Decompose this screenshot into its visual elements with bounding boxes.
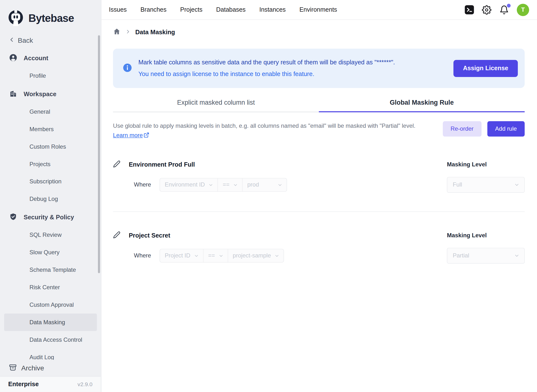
chevron-down-icon	[218, 253, 224, 258]
banner-line2: You need to assign license to the instan…	[138, 70, 395, 78]
notification-dot	[507, 4, 511, 8]
chevron-down-icon	[208, 182, 213, 187]
sidebar-item-risk-center[interactable]: Risk Center	[4, 279, 97, 296]
attribute-value: Environment ID	[165, 181, 205, 188]
banner-line1: Mark table columns as sensitive data and…	[138, 59, 395, 66]
page-content: Data Masking Mark table columns as sensi…	[101, 20, 537, 264]
rule-condition-row: Where Project ID == project-sample Parti…	[113, 249, 525, 264]
tab-global-masking-rule[interactable]: Global Masking Rule	[319, 99, 525, 112]
sidebar-item-general[interactable]: General	[4, 103, 97, 120]
learn-more-link[interactable]: Learn more	[113, 132, 149, 139]
user-circle-icon	[9, 54, 17, 63]
tab-bar: Explicit masked column list Global Maski…	[113, 99, 525, 112]
reorder-button[interactable]: Re-order	[443, 121, 481, 136]
settings-gear-icon[interactable]	[482, 5, 491, 14]
sidebar-item-sql-review[interactable]: SQL Review	[4, 226, 97, 244]
chevron-down-icon	[514, 253, 520, 259]
info-icon	[123, 63, 132, 74]
rule-divider	[113, 211, 525, 212]
rules-toolbar: Use global rule to apply masking levels …	[113, 121, 525, 141]
operator-value: ==	[223, 181, 229, 188]
sql-editor-terminal-icon[interactable]	[465, 5, 474, 14]
nav-item-branches[interactable]: Branches	[140, 6, 166, 13]
sidebar-item-data-masking[interactable]: Data Masking	[4, 314, 97, 331]
condition-group: Project ID == project-sample	[160, 249, 284, 263]
where-label: Where	[134, 249, 151, 263]
sidebar-item-debug-log[interactable]: Debug Log	[4, 190, 97, 208]
avatar[interactable]: T	[517, 4, 529, 16]
top-navigation: Issues Branches Projects Databases Insta…	[101, 0, 537, 20]
add-rule-button[interactable]: Add rule	[487, 121, 525, 136]
where-label: Where	[134, 178, 151, 192]
sidebar-item-members[interactable]: Members	[4, 120, 97, 138]
chevron-down-icon	[274, 253, 279, 258]
section-label: Security & Policy	[24, 214, 74, 221]
sidebar-item-custom-roles[interactable]: Custom Roles	[4, 138, 97, 155]
chevron-down-icon	[194, 253, 199, 258]
sidebar: Bytebase Back Account Profile Workspace	[0, 0, 101, 392]
sidebar-item-data-access-control[interactable]: Data Access Control	[4, 331, 97, 349]
condition-group: Environment ID == prod	[160, 178, 287, 192]
plan-bar: Enterprise v2.9.0	[0, 376, 101, 392]
masking-level-value: Partial	[453, 252, 469, 259]
back-button[interactable]: Back	[0, 33, 101, 48]
section-label: Account	[24, 55, 48, 62]
topnav-links: Issues Branches Projects Databases Insta…	[109, 6, 337, 13]
masking-level-select[interactable]: Partial	[447, 248, 525, 264]
attribute-value: Project ID	[165, 252, 190, 259]
value-select[interactable]: project-sample	[228, 249, 284, 262]
nav-item-instances[interactable]: Instances	[259, 6, 286, 13]
masking-rule: Project Secret Masking Level Where Proje…	[113, 231, 525, 264]
value-select[interactable]: prod	[243, 178, 287, 191]
nav-item-projects[interactable]: Projects	[180, 6, 202, 13]
sidebar-item-subscription[interactable]: Subscription	[4, 173, 97, 190]
topnav-actions: T	[465, 4, 529, 16]
sidebar-item-profile[interactable]: Profile	[4, 67, 97, 85]
learn-more-label: Learn more	[113, 132, 143, 139]
rules-description: Use global rule to apply masking levels …	[113, 121, 438, 141]
rule-header: Environment Prod Full Masking Level	[113, 160, 525, 169]
value-value: prod	[247, 181, 259, 188]
sidebar-section-account: Account	[0, 49, 101, 67]
section-label: Workspace	[24, 91, 56, 98]
nav-item-environments[interactable]: Environments	[299, 6, 337, 13]
breadcrumb: Data Masking	[113, 26, 525, 38]
nav-item-issues[interactable]: Issues	[109, 6, 127, 13]
brand-name: Bytebase	[28, 12, 74, 25]
attribute-select[interactable]: Environment ID	[160, 178, 218, 191]
sidebar-item-custom-approval[interactable]: Custom Approval	[4, 296, 97, 314]
pencil-edit-icon[interactable]	[113, 160, 121, 169]
sidebar-item-schema-template[interactable]: Schema Template	[4, 261, 97, 279]
sidebar-nav: Account Profile Workspace General Member…	[0, 48, 101, 366]
external-link-icon	[143, 131, 149, 141]
home-icon[interactable]	[113, 28, 121, 37]
attribute-select[interactable]: Project ID	[160, 249, 203, 262]
masking-level-select[interactable]: Full	[447, 177, 525, 193]
brand-logo[interactable]: Bytebase	[0, 0, 101, 30]
notifications-bell-icon[interactable]	[499, 5, 509, 14]
sidebar-item-archive[interactable]: Archive	[0, 360, 101, 376]
sidebar-item-slow-query[interactable]: Slow Query	[4, 244, 97, 261]
sidebar-scrollbar[interactable]	[98, 35, 100, 273]
rule-condition-row: Where Environment ID == prod Full	[113, 178, 525, 193]
masking-level-label: Masking Level	[447, 232, 525, 239]
plan-name: Enterprise	[8, 381, 39, 388]
nav-item-databases[interactable]: Databases	[216, 6, 246, 13]
masking-rule: Environment Prod Full Masking Level Wher…	[113, 160, 525, 193]
app-version: v2.9.0	[78, 381, 92, 387]
pencil-edit-icon[interactable]	[113, 231, 121, 240]
sidebar-section-workspace: Workspace	[0, 85, 101, 103]
masking-level-label: Masking Level	[447, 161, 525, 168]
archive-box-icon	[9, 363, 17, 373]
page-title: Data Masking	[135, 29, 175, 36]
chevron-left-icon	[8, 36, 15, 44]
operator-select[interactable]: ==	[218, 178, 243, 191]
shield-check-icon	[9, 213, 17, 222]
tab-explicit-masked-column-list[interactable]: Explicit masked column list	[113, 99, 319, 112]
assign-license-button[interactable]: Assign License	[453, 60, 518, 77]
archive-label: Archive	[21, 364, 44, 372]
operator-select[interactable]: ==	[203, 249, 228, 262]
back-label: Back	[18, 36, 33, 44]
sidebar-item-projects[interactable]: Projects	[4, 155, 97, 173]
chevron-right-icon	[125, 29, 130, 35]
